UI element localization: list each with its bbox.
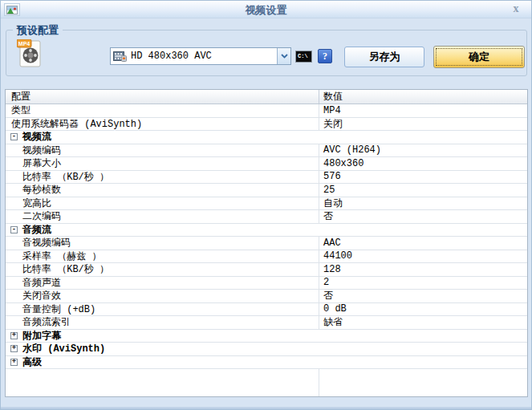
row-value-cell: 480x360 [319, 157, 527, 170]
table-row[interactable]: + 附加字幕 [6, 330, 527, 343]
chevron-down-icon[interactable] [277, 48, 290, 64]
row-value-cell: 2 [319, 277, 527, 290]
table-row[interactable]: 音量控制 (+dB) 0 dB [6, 303, 527, 317]
row-value-cell: 25 [319, 184, 527, 197]
svg-text:MP4: MP4 [18, 41, 30, 47]
mp4-file-icon: MP4 [17, 39, 43, 68]
row-label: 每秒桢数 [22, 184, 61, 197]
row-value-cell: 缺省 [319, 316, 527, 329]
config-column-header[interactable]: 配置 [6, 90, 319, 104]
row-label: 采样率 （赫兹 ） [22, 250, 101, 263]
expander-icon[interactable]: + [10, 345, 18, 352]
table-row[interactable]: 屏幕大小 480x360 [6, 157, 527, 171]
row-value-cell: AAC [319, 237, 527, 250]
table-row[interactable]: 音频流索引 缺省 [6, 316, 527, 330]
row-value: 自动 [323, 197, 343, 210]
row-value-cell: MP4 [319, 104, 527, 117]
row-label-cell: 比特率 （KB/秒 ） [6, 263, 319, 276]
row-value: 44100 [323, 250, 352, 262]
row-label: 附加字幕 [22, 330, 61, 343]
table-row[interactable]: 类型 MP4 [6, 104, 527, 118]
row-value-cell: 44100 [319, 250, 527, 263]
row-value-cell: 否 [319, 290, 527, 302]
row-label: 音频声道 [22, 277, 61, 290]
row-label: 类型 [11, 104, 30, 117]
row-label: 二次编码 [22, 210, 61, 223]
table-row[interactable]: - 音频流 [6, 224, 527, 237]
row-value: AAC [323, 237, 341, 249]
row-value: MP4 [323, 105, 341, 116]
table-row[interactable]: + 高级 [6, 356, 527, 370]
row-value-cell: AVC (H264) [319, 144, 527, 157]
row-label: 音量控制 (+dB) [22, 303, 95, 316]
row-value: 0 dB [323, 303, 347, 315]
row-label-cell: 宽高比 [6, 197, 319, 210]
table-row[interactable]: 采样率 （赫兹 ） 44100 [6, 250, 527, 264]
table-row[interactable]: 关闭音效 否 [6, 290, 527, 303]
row-label-cell: + 高级 [6, 356, 527, 369]
table-row[interactable]: 视频编码 AVC (H264) [6, 144, 527, 158]
expander-icon[interactable]: + [10, 332, 18, 339]
row-value-cell: 0 dB [319, 303, 527, 316]
row-label-cell: 比特率 （KB/秒 ） [6, 171, 319, 184]
expander-icon[interactable]: - [10, 226, 18, 233]
empty-value-cell [319, 369, 527, 396]
help-button[interactable]: ? [318, 49, 332, 63]
value-column-header[interactable]: 数值 [319, 90, 527, 104]
row-label-cell: 屏幕大小 [6, 157, 319, 170]
row-label: 宽高比 [22, 197, 51, 210]
row-value: 否 [323, 210, 333, 223]
table-row[interactable]: 使用系统解码器 (AviSynth) 关闭 [6, 118, 527, 132]
table-row[interactable]: 二次编码 否 [6, 210, 527, 224]
row-label: 音频流 [22, 224, 51, 237]
filmstrip-icon [113, 51, 127, 62]
table-row[interactable]: 比特率 （KB/秒 ） 128 [6, 263, 527, 277]
row-value-cell: 否 [319, 210, 527, 223]
row-label-cell: 使用系统解码器 (AviSynth) [6, 118, 319, 131]
row-value: 关闭 [323, 118, 343, 131]
row-label-cell: 二次编码 [6, 210, 319, 223]
row-label-cell: 视频编码 [6, 144, 319, 157]
row-label: 音频流索引 [22, 316, 71, 329]
row-label-cell: 类型 [6, 104, 319, 117]
row-label-cell: - 音频流 [6, 224, 527, 237]
table-body: 类型 MP4 使用系统解码器 (AviSynth) 关闭 - 视频流 视频编码 … [6, 104, 527, 369]
row-label: 水印 (AviSynth) [22, 343, 105, 355]
row-label-cell: 音频声道 [6, 277, 319, 290]
video-settings-dialog: 视频设置 x 预设配置 MP4 [0, 0, 532, 410]
table-row[interactable]: 音视频编码 AAC [6, 237, 527, 250]
settings-table: 配置 数值 类型 MP4 使用系统解码器 (AviSynth) 关闭 - 视频流… [5, 89, 528, 397]
table-row[interactable]: 每秒桢数 25 [6, 184, 527, 197]
row-label-cell: 采样率 （赫兹 ） [6, 250, 319, 263]
table-empty-area [6, 369, 527, 396]
table-header-row: 配置 数值 [6, 90, 527, 104]
preset-legend: 预设配置 [13, 23, 63, 38]
row-label-cell: 关闭音效 [6, 290, 319, 302]
table-row[interactable]: 宽高比 自动 [6, 197, 527, 211]
row-label-cell: + 水印 (AviSynth) [6, 343, 527, 355]
preset-combobox[interactable]: HD 480x360 AVC [110, 47, 291, 65]
command-prompt-icon[interactable]: C:\ [295, 51, 312, 63]
row-value-cell: 128 [319, 263, 527, 276]
close-icon[interactable]: x [510, 2, 522, 15]
ok-button[interactable]: 确定 [433, 46, 525, 68]
save-as-button[interactable]: 另存为 [344, 47, 424, 67]
expander-icon[interactable]: + [10, 359, 18, 366]
expander-icon[interactable]: - [10, 133, 18, 140]
row-label: 音视频编码 [22, 237, 71, 250]
preset-combobox-value: HD 480x360 AVC [131, 51, 277, 62]
row-label-cell: 音量控制 (+dB) [6, 303, 319, 316]
table-row[interactable]: 比特率 （KB/秒 ） 576 [6, 171, 527, 185]
row-label: 比特率 （KB/秒 ） [22, 171, 109, 184]
table-row[interactable]: 音频声道 2 [6, 277, 527, 290]
titlebar[interactable]: 视频设置 x [1, 1, 531, 18]
row-label-cell: 每秒桢数 [6, 184, 319, 197]
row-value: 128 [323, 264, 341, 275]
row-value: 25 [323, 185, 335, 196]
row-value: 2 [323, 277, 329, 288]
table-row[interactable]: - 视频流 [6, 131, 527, 144]
row-label-cell: 音视频编码 [6, 237, 319, 250]
table-row[interactable]: + 水印 (AviSynth) [6, 343, 527, 356]
window-title: 视频设置 [1, 3, 531, 18]
row-label-cell: 音频流索引 [6, 316, 319, 329]
